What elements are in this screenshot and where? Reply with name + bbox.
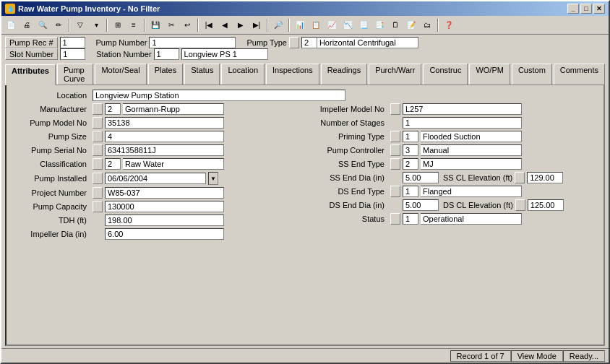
report1-button[interactable]: 📊	[293, 18, 307, 32]
priming-type-value[interactable]	[421, 131, 522, 142]
pump-number-input[interactable]	[149, 37, 236, 48]
classification-num[interactable]	[105, 158, 121, 170]
ds-end-type-value[interactable]	[421, 186, 522, 197]
ds-end-dia-value[interactable]	[403, 199, 439, 211]
pump-serial-value[interactable]	[105, 144, 224, 156]
tab-comments[interactable]: Comments	[554, 64, 605, 84]
pump-type-mini-btn[interactable]	[289, 37, 299, 48]
slot-number-button[interactable]: Slot Number	[5, 48, 58, 60]
pump-rec-button[interactable]: Pump Rec #	[5, 37, 58, 48]
pump-installed-dropdown[interactable]: ▼	[208, 172, 218, 185]
filter-button[interactable]: ▽	[73, 18, 87, 32]
pump-controller-value[interactable]	[421, 144, 522, 156]
tab-plates[interactable]: Plates	[148, 64, 184, 84]
edit-button[interactable]: ✏	[51, 18, 66, 32]
status-value[interactable]	[421, 213, 522, 225]
first-button[interactable]: |◀	[202, 18, 216, 32]
search-button[interactable]: 🔎	[271, 18, 285, 32]
report7-button[interactable]: 🗒	[388, 18, 403, 32]
grid-button[interactable]: ⊞	[111, 18, 125, 32]
filter-opts-button[interactable]: ▾	[89, 18, 103, 32]
save-button[interactable]: 💾	[148, 18, 163, 32]
next-button[interactable]: ▶	[233, 18, 248, 32]
report2-button[interactable]: 📋	[309, 18, 323, 32]
ss-cl-elev-mini-btn[interactable]	[515, 172, 525, 183]
tab-purch-warr[interactable]: Purch/Warr	[369, 64, 421, 84]
priming-type-mini-btn[interactable]	[390, 131, 400, 142]
pump-type-text-input[interactable]	[317, 37, 418, 48]
status-mini-btn[interactable]	[390, 213, 400, 225]
num-stages-value[interactable]	[403, 117, 522, 129]
tab-motor-seal[interactable]: Motor/Seal	[95, 64, 146, 84]
preview-button[interactable]: 🔍	[35, 18, 50, 32]
ds-end-type-num[interactable]	[403, 186, 418, 197]
project-number-value[interactable]	[105, 187, 224, 199]
pump-installed-mini-btn[interactable]	[93, 173, 103, 184]
station-number-input[interactable]	[154, 48, 179, 60]
undo-button[interactable]: ↩	[180, 18, 194, 32]
pump-controller-mini-btn[interactable]	[390, 144, 400, 156]
pump-installed-value[interactable]	[105, 173, 206, 184]
tab-status[interactable]: Status	[184, 64, 220, 84]
tab-readings[interactable]: Readings	[321, 64, 367, 84]
impeller-dia-value[interactable]	[105, 228, 224, 240]
delete-button[interactable]: ✂	[164, 18, 179, 32]
ss-cl-elev-value[interactable]	[527, 172, 563, 183]
ds-cl-elev-value[interactable]	[528, 199, 564, 211]
pump-model-value[interactable]	[105, 117, 224, 129]
pump-type-num-input[interactable]	[301, 37, 317, 48]
tab-construc[interactable]: Construc	[423, 64, 468, 84]
classification-mini-btn[interactable]	[93, 158, 103, 170]
classification-value[interactable]	[123, 158, 224, 170]
tdh-value[interactable]	[105, 214, 224, 226]
new-button[interactable]: 📄	[4, 18, 18, 32]
ds-cl-elev-mini-btn[interactable]	[515, 199, 525, 211]
report4-button[interactable]: 📉	[340, 18, 355, 32]
pump-size-mini-btn[interactable]	[93, 131, 103, 142]
manufacturer-mini-btn[interactable]	[93, 103, 103, 115]
slot-number-input[interactable]	[60, 48, 85, 60]
prev-button[interactable]: ◀	[218, 18, 232, 32]
tab-inspections[interactable]: Inspections	[266, 64, 319, 84]
ss-end-dia-value[interactable]	[403, 172, 439, 183]
minimize-button[interactable]: _	[567, 4, 579, 14]
location-input[interactable]	[93, 90, 345, 101]
manufacturer-label: Manufacturer	[11, 105, 90, 113]
window-controls[interactable]: _ □ ✕	[567, 4, 605, 14]
tab-attributes[interactable]: Attributes	[5, 64, 56, 85]
pump-capacity-value[interactable]	[105, 201, 224, 212]
report3-button[interactable]: 📈	[325, 18, 339, 32]
station-name-input[interactable]	[181, 48, 268, 60]
print-button[interactable]: 🖨	[20, 18, 34, 32]
tab-pump-curve[interactable]: Pump Curve	[57, 64, 94, 84]
impeller-model-value[interactable]	[403, 103, 522, 115]
report5-button[interactable]: 📃	[356, 18, 371, 32]
pump-controller-num[interactable]	[403, 144, 418, 156]
tab-custom[interactable]: Custom	[512, 64, 552, 84]
close-button[interactable]: ✕	[593, 4, 605, 14]
pump-capacity-mini-btn[interactable]	[93, 201, 103, 212]
report6-button[interactable]: 📑	[372, 18, 387, 32]
status-num[interactable]	[403, 213, 418, 225]
tab-location[interactable]: Location	[221, 64, 265, 84]
list-button[interactable]: ≡	[126, 18, 141, 32]
priming-type-num[interactable]	[403, 131, 418, 142]
help-button[interactable]: ❓	[442, 18, 456, 32]
manufacturer-value[interactable]	[123, 103, 224, 115]
impeller-model-mini-btn[interactable]	[390, 103, 400, 115]
last-button[interactable]: ▶|	[249, 18, 264, 32]
maximize-button[interactable]: □	[580, 4, 592, 14]
ss-end-type-num[interactable]	[403, 158, 418, 170]
pump-model-mini-btn[interactable]	[93, 117, 103, 129]
report8-button[interactable]: 📝	[404, 18, 418, 32]
ds-end-type-mini-btn[interactable]	[390, 186, 400, 197]
ss-end-type-mini-btn[interactable]	[390, 158, 400, 170]
pump-size-value[interactable]	[105, 131, 224, 142]
pump-serial-mini-btn[interactable]	[93, 144, 103, 156]
manufacturer-num[interactable]	[105, 103, 121, 115]
tab-wo-pm[interactable]: WO/PM	[469, 64, 510, 84]
ss-end-type-value[interactable]	[421, 158, 522, 170]
pump-rec-input[interactable]	[60, 37, 85, 48]
report9-button[interactable]: 🗂	[420, 18, 434, 32]
project-number-mini-btn[interactable]	[93, 187, 103, 199]
